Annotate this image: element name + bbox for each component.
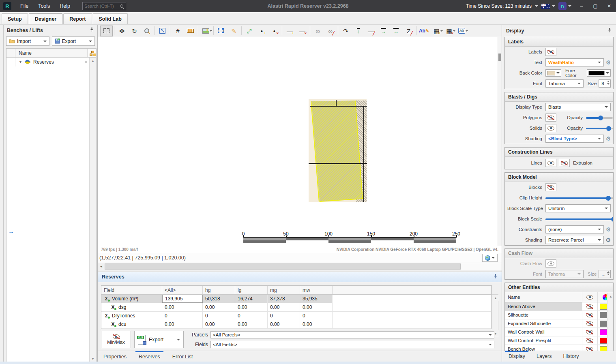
- blast-shading-dropdown[interactable]: <Blast Type>: [545, 135, 604, 143]
- zoom-tool[interactable]: [141, 26, 153, 36]
- scroll-up-icon[interactable]: ▲: [90, 58, 96, 64]
- vendor-caret-icon[interactable]: [568, 5, 571, 7]
- value-cell[interactable]: 0.00: [162, 303, 203, 311]
- import-dropdown-icon[interactable]: [43, 41, 47, 42]
- split-line-tool[interactable]: —╱: [365, 26, 377, 36]
- viewport-vertical-scrollbar[interactable]: [498, 37, 502, 246]
- tab-designer[interactable]: Designer: [29, 13, 63, 24]
- entity-row[interactable]: Wall Control: Wall: [505, 328, 613, 336]
- blocks-visibility-button[interactable]: [545, 183, 556, 191]
- value-cell[interactable]: 0.00: [268, 303, 300, 311]
- text-annotation-tool[interactable]: ab: [455, 26, 468, 36]
- display-type-dropdown[interactable]: Blasts: [545, 103, 611, 111]
- link-lines-tool[interactable]: ∞: [311, 26, 324, 36]
- column-header[interactable]: Field: [101, 286, 162, 294]
- slider-thumb[interactable]: [611, 217, 614, 222]
- value-cell[interactable]: 0: [268, 312, 300, 320]
- polygons-opacity-slider[interactable]: [586, 114, 613, 121]
- value-cell[interactable]: 0.00: [162, 320, 203, 328]
- value-cell[interactable]: 0.00: [235, 320, 268, 328]
- block-scale-type-dropdown[interactable]: Uniform: [545, 204, 611, 212]
- boundary-edit-tool[interactable]: [215, 26, 228, 36]
- search-input[interactable]: [84, 4, 120, 9]
- zoom-extents-tool[interactable]: ⤡: [156, 26, 169, 36]
- pencil-tool[interactable]: ✎: [228, 26, 240, 36]
- pin-icon[interactable]: [493, 274, 498, 280]
- gear-icon[interactable]: ⚙: [605, 136, 611, 141]
- block-shading-dropdown[interactable]: Reserves: Parcel: [545, 236, 604, 244]
- label-edit-tool[interactable]: Ab✎: [418, 26, 430, 36]
- scroll-left-icon[interactable]: ◄: [98, 263, 105, 270]
- scrollbar-thumb[interactable]: [105, 263, 461, 270]
- clip-height-slider[interactable]: [545, 194, 614, 201]
- column-header[interactable]: hg: [203, 286, 235, 294]
- value-cell[interactable]: 0: [235, 312, 268, 320]
- tab-setup[interactable]: Setup: [2, 13, 28, 24]
- entity-visibility-button[interactable]: [582, 319, 598, 328]
- tab-display[interactable]: Display: [508, 351, 526, 362]
- polygons-visibility-button[interactable]: [545, 113, 556, 122]
- cash-flow-size-spinner[interactable]: ...: [599, 270, 611, 278]
- value-cell[interactable]: 139,905: [162, 295, 203, 303]
- solids-visibility-button[interactable]: [545, 124, 556, 132]
- spin-up-icon[interactable]: [607, 271, 610, 273]
- drop-line-tool[interactable]: ↓: [352, 26, 365, 36]
- back-color-picker[interactable]: [545, 69, 561, 77]
- view-orientation-button[interactable]: [482, 254, 498, 262]
- solids-opacity-slider[interactable]: [586, 124, 613, 132]
- scroll-up-icon[interactable]: ▲: [607, 293, 614, 300]
- entity-name[interactable]: Silhouette: [505, 311, 582, 319]
- value-cell[interactable]: 0.00: [300, 303, 333, 311]
- entity-visibility-button[interactable]: [582, 336, 598, 345]
- value-cell[interactable]: 0: [203, 312, 235, 320]
- extend-line-tool[interactable]: →: [377, 26, 390, 36]
- field-cell[interactable]: ΣVolume (m³): [101, 295, 162, 303]
- slider-thumb[interactable]: [606, 196, 611, 201]
- scroll-down-icon[interactable]: ▼: [90, 355, 96, 362]
- stretch-line-tool[interactable]: ↔: [390, 26, 402, 36]
- entity-row[interactable]: Expanded Silhouette: [505, 319, 613, 328]
- unlink-lines-tool[interactable]: ∞╱: [324, 26, 337, 36]
- table-row[interactable]: ΣVolume (m³)139,90550,31816,27437,37835,…: [101, 295, 492, 303]
- value-cell[interactable]: 35,935: [300, 295, 333, 303]
- search-box[interactable]: [82, 2, 126, 10]
- hierarchy-view-button[interactable]: [87, 49, 96, 57]
- vertex-add-tool[interactable]: •+: [255, 26, 268, 36]
- menu-file[interactable]: File: [15, 3, 33, 9]
- field-cell[interactable]: ΣDryTonnes: [101, 312, 162, 320]
- gear-icon[interactable]: ⚙: [605, 237, 611, 243]
- extrusion-visibility-button[interactable]: [559, 159, 570, 167]
- parcels-dropdown[interactable]: <All Parcels>: [210, 331, 494, 338]
- menu-tools[interactable]: Tools: [33, 3, 55, 9]
- labels-visibility-button[interactable]: [545, 48, 556, 56]
- entity-name[interactable]: Bench Above: [505, 302, 582, 310]
- entity-visibility-button[interactable]: [582, 302, 598, 310]
- import-button[interactable]: Import: [6, 36, 49, 46]
- close-button[interactable]: ✕: [602, 0, 616, 12]
- field-cell[interactable]: Xdcu: [101, 320, 162, 328]
- entity-name[interactable]: Expanded Silhouette: [505, 319, 582, 328]
- table-row[interactable]: Xdcu0.000.000.000.000.00: [101, 320, 492, 329]
- tab-report[interactable]: Report: [63, 13, 92, 24]
- entity-row[interactable]: Silhouette: [505, 311, 613, 319]
- pin-icon[interactable]: [607, 28, 612, 34]
- value-cell[interactable]: 0.00: [268, 320, 300, 328]
- column-header[interactable]: <All>: [162, 286, 203, 294]
- gear-icon[interactable]: ⚙: [605, 60, 611, 65]
- tab-solid-lab[interactable]: Solid Lab: [93, 13, 128, 24]
- viewport-horizontal-scrollbar[interactable]: ◄: [98, 263, 502, 270]
- segment-delete-tool[interactable]: —×: [296, 26, 309, 36]
- export-dropdown-icon[interactable]: [89, 41, 92, 42]
- spin-down-icon[interactable]: [607, 274, 610, 275]
- entity-row[interactable]: Wall Control: Presplit: [505, 336, 613, 345]
- cash-flow-font-dropdown[interactable]: Tahoma: [545, 270, 584, 278]
- grid-remove-tool[interactable]: ▦×: [443, 26, 455, 36]
- expand-collapse-icon[interactable]: ▼: [19, 60, 24, 64]
- spin-up-icon[interactable]: [607, 81, 610, 82]
- tab-error-list[interactable]: Error List: [172, 351, 194, 362]
- fields-dropdown[interactable]: <All Fields>: [210, 341, 494, 348]
- spin-down-icon[interactable]: [607, 83, 610, 85]
- reverse-line-tool[interactable]: ↷: [339, 26, 352, 36]
- table-row[interactable]: ΣDryTonnes00000: [101, 312, 492, 320]
- tree-name-header[interactable]: Name: [15, 49, 87, 57]
